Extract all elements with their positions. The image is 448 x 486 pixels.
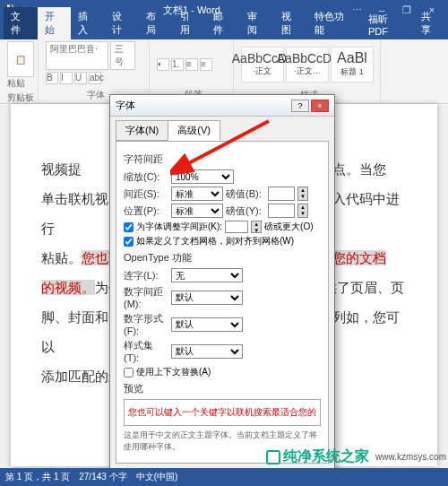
tab-pdf[interactable]: 福昕PDF: [361, 10, 414, 39]
style-body[interactable]: AaBbCcDc·正文…: [286, 47, 329, 82]
group-styles: AaBbCcDc·正文 AaBbCcDc·正文… AaBl标题 1 样式: [237, 41, 381, 101]
kerning-label: 为字体调整字间距(K):: [136, 221, 222, 233]
font-size-combo[interactable]: 三号: [110, 41, 135, 70]
dialog-tab-font[interactable]: 字体(N): [116, 120, 168, 141]
kerning-value-input[interactable]: [225, 221, 248, 233]
section-preview: 预览: [124, 382, 321, 395]
dialog-titlebar: 字体 ? ×: [110, 95, 334, 117]
font-dialog: 字体 ? × 字体(N) 高级(V) 字符间距 缩放(C): 100% 间距(S…: [109, 94, 335, 486]
group-clipboard: 📋 粘贴 剪贴板: [4, 41, 39, 101]
tab-special[interactable]: 特色功能: [307, 7, 360, 39]
tab-references[interactable]: 引用: [173, 7, 207, 39]
tab-mailings[interactable]: 邮件: [206, 7, 240, 39]
spacing-spinner[interactable]: ▲▼: [297, 187, 308, 201]
style-heading1[interactable]: AaBl标题 1: [331, 47, 374, 82]
tab-layout[interactable]: 布局: [139, 7, 173, 39]
italic-icon[interactable]: I: [60, 72, 73, 84]
kerning-checkbox[interactable]: [124, 222, 134, 232]
tab-home[interactable]: 开始: [38, 7, 72, 39]
watermark-brand: 纯净系统之家: [283, 447, 369, 466]
scale-label: 缩放(C):: [124, 170, 168, 184]
preview-pane: 您也可以键入一个关键字以联机搜索最适合您的: [124, 399, 321, 426]
scale-combo[interactable]: 100%: [171, 169, 234, 184]
bullets-icon[interactable]: •: [157, 58, 169, 71]
align-left-icon[interactable]: ≡: [185, 58, 198, 71]
align-center-icon[interactable]: ≡: [200, 58, 212, 71]
status-bar: 第 1 页，共 1 页 27/143 个字 中文(中国): [0, 468, 448, 486]
ribbon-tabs: 文件 开始 插入 设计 布局 引用 邮件 审阅 视图 特色功能 福昕PDF 共享: [0, 20, 448, 39]
dialog-body: 字符间距 缩放(C): 100% 间距(S): 标准 磅值(B): ▲▼ 位置(…: [116, 141, 329, 464]
stylesets-label: 样式集(T):: [124, 339, 168, 363]
spacing-combo[interactable]: 标准: [171, 187, 223, 201]
underline-icon[interactable]: U: [74, 72, 87, 84]
contextual-label: 使用上下文替换(A): [136, 366, 211, 378]
page-status[interactable]: 第 1 页，共 1 页: [5, 471, 70, 483]
watermark: 纯净系统之家 www.kzmsys.com: [266, 447, 446, 466]
tab-file[interactable]: 文件: [4, 7, 38, 39]
spacing-label: 间距(S):: [124, 187, 168, 201]
position-pt-input[interactable]: [268, 204, 295, 218]
ligatures-label: 连字(L):: [124, 269, 168, 282]
position-spinner[interactable]: ▲▼: [297, 204, 308, 218]
word-count[interactable]: 27/143 个字: [79, 471, 126, 483]
tab-design[interactable]: 设计: [105, 7, 139, 39]
numforms-combo[interactable]: 默认: [171, 317, 243, 332]
dialog-tab-advanced[interactable]: 高级(V): [168, 120, 220, 141]
position-label: 位置(P):: [124, 204, 168, 218]
kerning-unit: 磅或更大(O): [264, 221, 313, 233]
snap-grid-label: 如果定义了文档网格，则对齐到网格(W): [136, 235, 294, 247]
strike-icon[interactable]: abc: [89, 72, 101, 84]
tab-insert[interactable]: 插入: [71, 7, 105, 39]
stylesets-combo[interactable]: 默认: [171, 344, 243, 359]
numbering-icon[interactable]: 1.: [171, 58, 184, 71]
numspacing-label: 数字间距(M):: [124, 285, 168, 309]
position-combo[interactable]: 标准: [171, 204, 223, 218]
section-opentype: OpenType 功能: [124, 251, 321, 265]
contextual-checkbox[interactable]: [124, 368, 134, 378]
group-paragraph: • 1. ≡ ≡ 段落: [153, 41, 234, 101]
ligatures-combo[interactable]: 无: [171, 268, 243, 282]
language-status[interactable]: 中文(中国): [136, 471, 178, 483]
dialog-title: 字体: [116, 99, 135, 112]
spacing-pt-input[interactable]: [268, 187, 295, 201]
position-pt-label: 磅值(Y):: [226, 204, 265, 218]
paste-label: 粘贴: [7, 77, 34, 90]
dialog-close-icon[interactable]: ×: [311, 100, 329, 112]
font-name-combo[interactable]: 阿里巴巴音·: [46, 41, 108, 70]
section-char-spacing: 字符间距: [124, 152, 321, 166]
kerning-spinner[interactable]: ▲▼: [251, 221, 262, 233]
spacing-pt-label: 磅值(B):: [226, 187, 265, 201]
tab-review[interactable]: 审阅: [240, 7, 274, 39]
tab-view[interactable]: 视图: [274, 7, 308, 39]
snap-grid-checkbox[interactable]: [124, 237, 134, 247]
numspacing-combo[interactable]: 默认: [171, 291, 243, 305]
clipboard-group-label: 剪贴板: [7, 91, 34, 104]
paste-button[interactable]: 📋: [7, 41, 34, 77]
share-button[interactable]: 共享: [414, 7, 448, 39]
numforms-label: 数字形式(F):: [124, 312, 168, 336]
dialog-tabs: 字体(N) 高级(V): [116, 120, 329, 141]
watermark-icon: [266, 450, 280, 464]
bold-icon[interactable]: B: [46, 72, 58, 84]
dialog-help-icon[interactable]: ?: [291, 100, 309, 112]
group-font: 阿里巴巴音· 三号 B I U abc 字体: [42, 41, 150, 101]
watermark-url: www.kzmsys.com: [375, 452, 446, 462]
